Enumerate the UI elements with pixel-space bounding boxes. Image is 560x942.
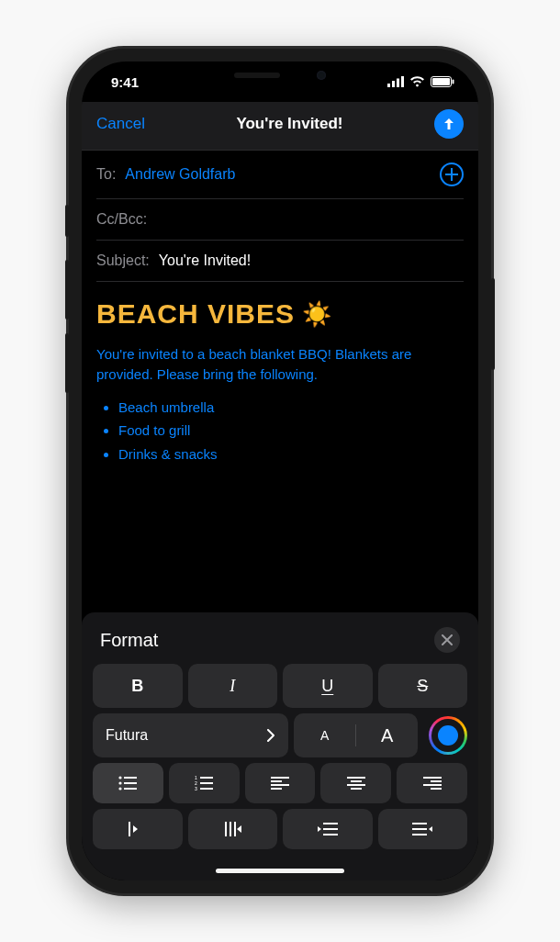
svg-rect-3 bbox=[401, 76, 404, 87]
svg-rect-33 bbox=[230, 822, 231, 836]
svg-rect-22 bbox=[271, 788, 282, 790]
list-item[interactable]: Beach umbrella bbox=[118, 396, 464, 420]
svg-rect-37 bbox=[323, 834, 338, 835]
body-headline[interactable]: BEACH VIBES ☀️ bbox=[96, 298, 464, 330]
numbered-list-button[interactable]: 123 bbox=[169, 763, 240, 803]
svg-rect-21 bbox=[271, 784, 289, 786]
outdent-button[interactable] bbox=[93, 809, 183, 849]
decrease-size-button[interactable]: A bbox=[294, 713, 355, 757]
headline-text: BEACH VIBES bbox=[96, 298, 295, 330]
speaker-grille bbox=[234, 73, 280, 78]
message-body[interactable]: BEACH VIBES ☀️ You're invited to a beach… bbox=[82, 282, 478, 473]
svg-rect-36 bbox=[323, 828, 338, 830]
status-time: 9:41 bbox=[111, 74, 139, 90]
svg-rect-16 bbox=[200, 782, 213, 784]
svg-rect-23 bbox=[347, 777, 365, 779]
outdent-icon bbox=[129, 822, 147, 836]
ccbcc-field-row[interactable]: Cc/Bcc: bbox=[96, 199, 464, 241]
svg-rect-2 bbox=[397, 79, 399, 88]
send-button[interactable] bbox=[434, 109, 464, 139]
header-fields: To: Andrew Goldfarb Cc/Bcc: Subject: You… bbox=[82, 151, 478, 282]
align-right-button[interactable] bbox=[397, 763, 467, 803]
arrow-up-icon bbox=[442, 117, 456, 131]
ccbcc-label: Cc/Bcc: bbox=[96, 211, 147, 228]
to-recipient[interactable]: Andrew Goldfarb bbox=[125, 166, 440, 183]
volume-down-button bbox=[65, 333, 69, 393]
body-intro[interactable]: You're invited to a beach blanket BBQ! B… bbox=[96, 344, 464, 385]
svg-rect-1 bbox=[392, 81, 395, 87]
svg-rect-34 bbox=[234, 822, 236, 836]
svg-point-11 bbox=[119, 787, 122, 790]
to-label: To: bbox=[96, 166, 116, 183]
subject-label: Subject: bbox=[96, 252, 150, 269]
power-button bbox=[491, 278, 495, 370]
svg-rect-20 bbox=[271, 780, 282, 782]
svg-rect-19 bbox=[271, 777, 289, 779]
svg-rect-28 bbox=[431, 780, 442, 782]
font-name: Futura bbox=[106, 727, 148, 744]
align-right-icon bbox=[423, 777, 442, 790]
text-color-button[interactable] bbox=[429, 716, 467, 755]
body-list[interactable]: Beach umbrella Food to grill Drinks & sn… bbox=[96, 396, 464, 466]
list-item[interactable]: Food to grill bbox=[118, 419, 464, 443]
list-item[interactable]: Drinks & snacks bbox=[118, 443, 464, 466]
svg-rect-32 bbox=[225, 822, 227, 836]
svg-rect-5 bbox=[432, 78, 450, 85]
align-center-button[interactable] bbox=[320, 763, 391, 803]
decrease-quote-icon bbox=[318, 823, 338, 835]
sun-emoji: ☀️ bbox=[302, 300, 332, 329]
cancel-button[interactable]: Cancel bbox=[96, 115, 145, 133]
increase-size-button[interactable]: A bbox=[356, 713, 418, 757]
svg-rect-0 bbox=[387, 84, 390, 87]
svg-text:3: 3 bbox=[195, 786, 197, 791]
close-icon bbox=[442, 634, 453, 645]
to-field-row[interactable]: To: Andrew Goldfarb bbox=[96, 151, 464, 199]
align-center-icon bbox=[347, 777, 365, 790]
bullet-list-button[interactable] bbox=[93, 763, 163, 803]
nav-title: You're Invited! bbox=[236, 115, 342, 133]
font-picker-button[interactable]: Futura bbox=[93, 713, 288, 757]
svg-rect-24 bbox=[351, 780, 362, 782]
svg-rect-18 bbox=[200, 788, 213, 790]
increase-quote-icon bbox=[412, 823, 432, 835]
battery-icon bbox=[431, 76, 454, 87]
align-left-button[interactable] bbox=[245, 763, 316, 803]
device-frame: 9:41 Cancel You're Invited! bbox=[69, 49, 491, 893]
format-title: Format bbox=[100, 630, 158, 651]
mute-switch bbox=[65, 205, 69, 237]
svg-rect-26 bbox=[351, 788, 362, 790]
svg-rect-31 bbox=[129, 822, 130, 836]
svg-rect-39 bbox=[412, 828, 427, 830]
volume-up-button bbox=[65, 260, 69, 320]
subject-value[interactable]: You're Invited! bbox=[159, 252, 251, 269]
subject-field-row[interactable]: Subject: You're Invited! bbox=[96, 241, 464, 282]
underline-button[interactable]: U bbox=[283, 664, 373, 708]
svg-rect-29 bbox=[423, 784, 442, 786]
svg-rect-38 bbox=[412, 823, 427, 824]
add-recipient-button[interactable] bbox=[440, 163, 464, 186]
align-left-icon bbox=[271, 777, 289, 790]
svg-rect-6 bbox=[453, 80, 454, 84]
svg-rect-40 bbox=[412, 834, 427, 835]
strikethrough-button[interactable]: S bbox=[378, 664, 468, 708]
chevron-right-icon bbox=[266, 729, 275, 742]
svg-rect-10 bbox=[124, 782, 137, 784]
decrease-quote-button[interactable] bbox=[283, 809, 373, 849]
increase-quote-button[interactable] bbox=[378, 809, 468, 849]
cellular-icon bbox=[387, 76, 404, 87]
svg-rect-27 bbox=[423, 777, 442, 779]
svg-rect-12 bbox=[124, 788, 137, 790]
home-indicator[interactable] bbox=[216, 869, 344, 873]
format-close-button[interactable] bbox=[434, 627, 460, 653]
svg-rect-35 bbox=[323, 823, 338, 824]
numbered-list-icon: 123 bbox=[195, 776, 213, 791]
svg-rect-25 bbox=[347, 784, 365, 786]
format-panel: Format B I U S Futura bbox=[82, 612, 478, 880]
indent-icon bbox=[223, 822, 241, 836]
notch bbox=[184, 62, 376, 89]
screen: 9:41 Cancel You're Invited! bbox=[82, 62, 478, 880]
bold-button[interactable]: B bbox=[93, 664, 183, 708]
indent-button[interactable] bbox=[188, 809, 278, 849]
italic-button[interactable]: I bbox=[188, 664, 278, 708]
color-swatch bbox=[438, 725, 458, 746]
